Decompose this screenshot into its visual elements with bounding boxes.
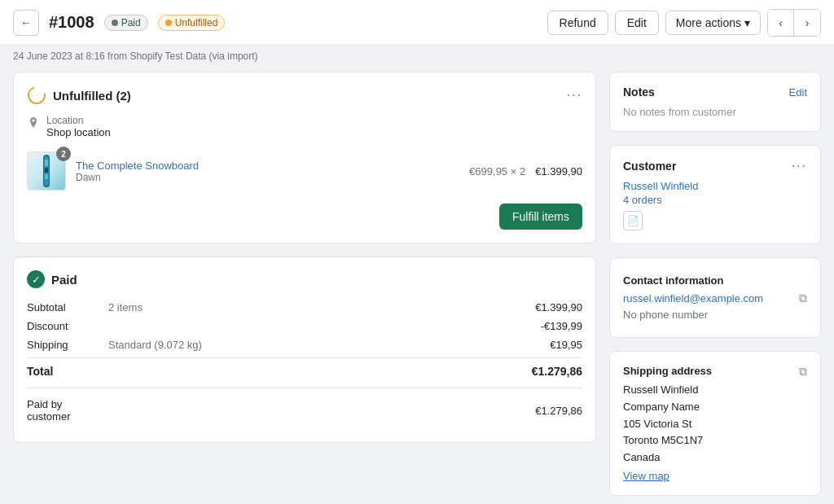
shipping-card-header: Shipping address ⧉ [623, 365, 807, 382]
chevron-right-icon: › [805, 16, 810, 29]
page-subtitle: 24 June 2023 at 8:16 from Shopify Test D… [0, 46, 834, 72]
paid-header: ✓ Paid [27, 270, 582, 288]
chevron-down-icon: ▾ [744, 16, 750, 29]
product-row: 2 The Complete Snowboard Dawn €699,95 × … [27, 151, 582, 191]
contact-title: Contact information [623, 274, 807, 287]
paid-card: ✓ Paid Subtotal 2 items €1.399,90 Discou… [13, 256, 596, 443]
edit-button[interactable]: Edit [615, 11, 659, 35]
prev-order-button[interactable]: ‹ [768, 10, 794, 36]
product-info: The Complete Snowboard Dawn [76, 160, 459, 183]
unfulfilled-card: Unfulfilled (2) ··· Location Shop locati… [13, 72, 596, 243]
main-layout: Unfulfilled (2) ··· Location Shop locati… [0, 72, 834, 504]
customer-doc-button[interactable]: 📄 [623, 211, 643, 230]
subtotal-label: Subtotal [27, 301, 108, 313]
shipping-row: Shipping Standard (9.072 kg) €19,95 [27, 339, 582, 351]
shipping-value: €19,95 [550, 339, 582, 351]
shipping-label: Shipping [27, 339, 108, 351]
customer-menu-button[interactable]: ··· [792, 159, 807, 173]
notes-card-header: Notes Edit [623, 85, 807, 99]
paid-by-label: Paid by customer [27, 398, 108, 423]
contact-email-link[interactable]: russel.winfield@example.com [623, 292, 763, 305]
total-row: Total €1.279,86 [27, 357, 582, 378]
shipping-title: Shipping address [623, 365, 712, 377]
discount-row: Discount -€139,99 [27, 320, 582, 332]
fulfill-items-button[interactable]: Fulfill items [499, 204, 582, 230]
paid-badge: Paid [104, 15, 148, 31]
product-line-total: €1.399,90 [535, 165, 582, 177]
subtotal-value: €1.399,90 [535, 301, 582, 313]
shipping-company: Company Name [623, 399, 807, 416]
total-label: Total [27, 365, 108, 378]
contact-email-row: russel.winfield@example.com ⧉ [623, 291, 807, 305]
location-text: Location Shop location [46, 115, 111, 138]
shipping-street: 105 Victoria St [623, 416, 807, 433]
location-row: Location Shop location [27, 115, 582, 138]
more-actions-button[interactable]: More actions ▾ [665, 11, 761, 35]
customer-name-link[interactable]: Russell Winfield [623, 180, 807, 192]
discount-value: -€139,99 [541, 320, 582, 332]
notes-card: Notes Edit No notes from customer [609, 72, 821, 132]
svg-rect-3 [45, 160, 48, 166]
subtotal-row: Subtotal 2 items €1.399,90 [27, 301, 582, 313]
contact-card: Contact information russel.winfield@exam… [609, 257, 821, 338]
unfulfilled-status-icon [27, 85, 46, 105]
product-image-wrap: 2 [27, 151, 66, 191]
back-button[interactable]: ← [13, 10, 39, 36]
unfulfilled-title: Unfulfilled (2) [53, 89, 131, 103]
next-order-button[interactable]: › [794, 10, 820, 36]
svg-rect-4 [45, 168, 48, 173]
paid-status-icon: ✓ [27, 270, 45, 288]
paid-by-row: Paid by customer €1.279,86 [27, 388, 582, 423]
discount-label: Discount [27, 320, 108, 332]
svg-point-0 [29, 87, 45, 103]
paid-by-value: €1.279,86 [535, 405, 582, 417]
fulfill-row: Fulfill items [27, 204, 582, 230]
notes-title: Notes [623, 85, 655, 99]
location-icon [27, 116, 40, 132]
unfulfilled-menu-button[interactable]: ··· [567, 88, 582, 103]
subtotal-meta: 2 items [108, 301, 535, 313]
shipping-meta: Standard (9.072 kg) [108, 339, 550, 351]
copy-email-button[interactable]: ⧉ [799, 291, 807, 305]
customer-title: Customer [623, 160, 676, 173]
product-name-link[interactable]: The Complete Snowboard [76, 160, 459, 172]
main-left: Unfulfilled (2) ··· Location Shop locati… [13, 72, 596, 496]
order-number: #1008 [49, 13, 94, 32]
shipping-address-text: Russell Winfield Company Name 105 Victor… [623, 382, 807, 467]
shipping-address-card: Shipping address ⧉ Russell Winfield Comp… [609, 351, 821, 496]
back-arrow-icon: ← [20, 16, 32, 29]
customer-card: Customer ··· Russell Winfield 4 orders 📄 [609, 145, 821, 244]
product-variant: Dawn [76, 172, 459, 183]
contact-phone-row: No phone number [623, 309, 807, 321]
notes-empty-text: No notes from customer [623, 106, 736, 118]
svg-rect-5 [45, 174, 48, 179]
notes-edit-button[interactable]: Edit [789, 86, 807, 99]
chevron-left-icon: ‹ [779, 16, 783, 29]
header-actions: Refund Edit More actions ▾ ‹ › [547, 9, 821, 37]
unfulfilled-card-header: Unfulfilled (2) ··· [27, 85, 582, 105]
unfulfilled-badge: Unfulfilled [158, 15, 226, 31]
refund-button[interactable]: Refund [547, 11, 608, 35]
customer-card-header: Customer ··· [623, 159, 807, 173]
product-price: €699,95 × 2 [469, 165, 525, 177]
document-icon: 📄 [627, 215, 639, 226]
shipping-country: Canada [623, 449, 807, 467]
product-qty-badge: 2 [56, 147, 71, 161]
shipping-city: Toronto M5C1N7 [623, 432, 807, 449]
main-right: Notes Edit No notes from customer Custom… [609, 72, 821, 496]
view-map-link[interactable]: View map [623, 470, 669, 482]
page-header: ← #1008 Paid Unfulfilled Refund Edit Mor… [0, 0, 834, 46]
unfulfilled-header-left: Unfulfilled (2) [27, 85, 131, 105]
pagination-nav: ‹ › [767, 9, 821, 37]
shipping-name: Russell Winfield [623, 382, 807, 399]
snowboard-icon [34, 153, 59, 189]
total-value: €1.279,86 [532, 365, 582, 378]
copy-address-button[interactable]: ⧉ [799, 365, 807, 379]
customer-orders-link[interactable]: 4 orders [623, 194, 807, 206]
no-phone-text: No phone number [623, 309, 708, 321]
paid-title: Paid [51, 273, 77, 287]
